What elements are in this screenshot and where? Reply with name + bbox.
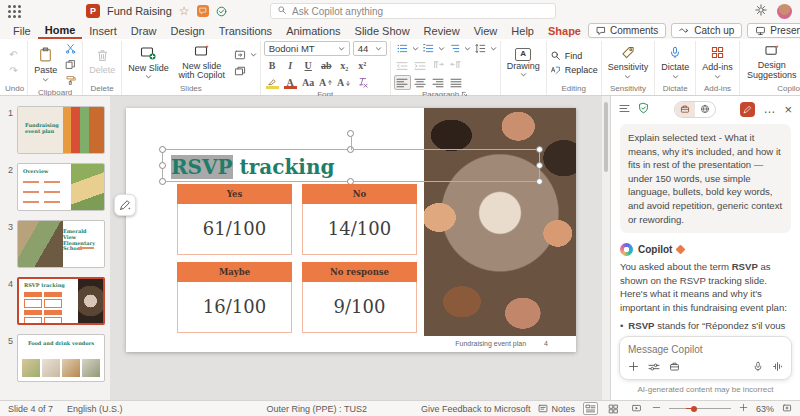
tab-review[interactable]: Review: [417, 24, 467, 38]
slide-4[interactable]: RSVP tracking Yes 61/100 No 14/100 Maybe…: [126, 108, 576, 352]
drawing-button[interactable]: A Drawing: [504, 47, 543, 79]
change-case-button[interactable]: Aa: [300, 75, 317, 90]
tab-help[interactable]: Help: [504, 24, 541, 38]
favorite-star-icon[interactable]: ☆: [179, 5, 190, 17]
user-avatar[interactable]: [777, 4, 792, 19]
design-suggestions-button[interactable]: Design Suggestions: [743, 43, 800, 82]
paste-button[interactable]: Paste: [31, 46, 60, 83]
attach-plus-icon[interactable]: [628, 361, 639, 374]
underline-button[interactable]: U: [300, 58, 317, 73]
settings-gear-icon[interactable]: [755, 4, 767, 18]
font-color-button[interactable]: A: [282, 75, 299, 90]
tab-insert[interactable]: Insert: [82, 24, 124, 38]
message-copilot-input[interactable]: [628, 344, 783, 355]
copilot-notebook-icon[interactable]: [740, 102, 755, 117]
slide-sorter-view-button[interactable]: [606, 402, 621, 415]
addins-button[interactable]: Add-ins: [699, 45, 736, 80]
language-status[interactable]: English (U.S.): [67, 404, 123, 414]
dictate-button[interactable]: Dictate: [658, 45, 692, 80]
web-globe-icon[interactable]: [695, 102, 715, 117]
tab-transitions[interactable]: Transitions: [212, 24, 279, 38]
work-context-icon[interactable]: [669, 361, 680, 374]
grow-font-button[interactable]: A: [318, 75, 335, 90]
redo-icon[interactable]: ↷: [5, 63, 22, 78]
present-button[interactable]: Present: [747, 23, 800, 38]
zoom-slider[interactable]: [669, 408, 731, 409]
panel-more-options-icon[interactable]: …: [763, 107, 776, 112]
comments-badge-icon[interactable]: [197, 5, 209, 17]
clear-formatting-button[interactable]: [354, 75, 371, 90]
line-spacing-button[interactable]: [472, 41, 489, 56]
numbering-button[interactable]: [420, 41, 437, 56]
tab-design[interactable]: Design: [163, 24, 211, 38]
voice-output-icon[interactable]: [772, 361, 783, 374]
ltr-text-icon[interactable]: [430, 58, 447, 73]
undo-icon[interactable]: ↶: [5, 47, 22, 62]
normal-view-button[interactable]: [583, 402, 598, 415]
app-launcher-icon[interactable]: [8, 5, 21, 18]
highlight-color-button[interactable]: [264, 75, 281, 90]
replace-button[interactable]: Replace: [550, 64, 598, 75]
find-button[interactable]: Find: [550, 50, 598, 61]
zoom-slider-thumb[interactable]: [691, 406, 697, 412]
tab-shape[interactable]: Shape: [541, 24, 588, 38]
feedback-link[interactable]: Give Feedback to Microsoft: [421, 404, 531, 414]
duplicate-slide-icon[interactable]: [232, 63, 249, 78]
rsvp-cell-yes[interactable]: Yes 61/100: [177, 184, 292, 255]
notes-toggle[interactable]: Notes: [538, 404, 575, 414]
rsvp-cell-no-response[interactable]: No response 9/100: [302, 262, 417, 333]
fit-to-window-icon[interactable]: [782, 403, 792, 415]
copilot-message-box[interactable]: [619, 336, 792, 380]
superscript-button[interactable]: x²: [354, 58, 371, 73]
sensitivity-button[interactable]: Sensitivity: [605, 45, 652, 80]
align-center-button[interactable]: [412, 75, 429, 90]
rtl-text-icon[interactable]: [448, 58, 465, 73]
align-left-button[interactable]: [394, 75, 411, 90]
zoom-in-icon[interactable]: [739, 403, 748, 414]
shrink-font-button[interactable]: A: [336, 75, 353, 90]
align-right-button[interactable]: [430, 75, 447, 90]
decrease-indent-icon[interactable]: [394, 58, 411, 73]
thumbnail-slide-2[interactable]: 2 Overview: [4, 163, 105, 211]
zoom-out-icon[interactable]: [652, 403, 661, 414]
subscript-button[interactable]: x₂: [336, 58, 353, 73]
thumbnail-slide-5[interactable]: 5 Food and drink vendors: [4, 334, 105, 382]
thumbnail-slide-1[interactable]: 1 Fundraising event plan: [4, 106, 105, 154]
slide-count[interactable]: Slide 4 of 7: [8, 404, 53, 414]
group-huddle-photo[interactable]: [424, 108, 576, 336]
document-title[interactable]: Fund Raising: [107, 5, 172, 17]
panel-close-icon[interactable]: ×: [784, 103, 792, 116]
rsvp-cell-maybe[interactable]: Maybe 16/100: [177, 262, 292, 333]
delete-button[interactable]: Delete: [86, 48, 118, 77]
search-input[interactable]: [292, 6, 549, 17]
rsvp-cell-no[interactable]: No 14/100: [302, 184, 417, 255]
canvas-scrollbar[interactable]: [602, 96, 610, 400]
comments-button[interactable]: Comments: [588, 23, 666, 38]
voice-mic-icon[interactable]: [753, 361, 763, 374]
panel-menu-icon[interactable]: [619, 103, 630, 115]
catch-up-button[interactable]: Catch up: [671, 23, 742, 38]
quick-edit-pen-button[interactable]: [114, 194, 136, 216]
copy-icon[interactable]: [62, 57, 79, 72]
italic-button[interactable]: I: [282, 58, 299, 73]
powerpoint-logo-icon[interactable]: P: [86, 4, 100, 18]
slide-title[interactable]: RSVP tracking: [171, 155, 334, 179]
tab-animations[interactable]: Animations: [279, 24, 347, 38]
reuse-slides-icon[interactable]: [232, 47, 249, 62]
thumbnail-slide-3[interactable]: 3 Emerald View Elementary School: [4, 220, 105, 268]
copilot-search-box[interactable]: [270, 3, 556, 19]
work-web-toggle[interactable]: [674, 101, 716, 118]
increase-indent-icon[interactable]: [412, 58, 429, 73]
font-size-select[interactable]: 44: [353, 41, 387, 56]
slideshow-view-button[interactable]: [629, 402, 644, 415]
tab-slide-show[interactable]: Slide Show: [348, 24, 417, 38]
tab-view[interactable]: View: [467, 24, 505, 38]
multilevel-list-button[interactable]: [446, 41, 463, 56]
work-briefcase-icon[interactable]: [675, 102, 695, 117]
tab-home[interactable]: Home: [38, 23, 83, 39]
zoom-level[interactable]: 63%: [756, 404, 774, 414]
bullets-button[interactable]: [394, 41, 411, 56]
font-family-select[interactable]: Bodoni MT: [264, 41, 350, 56]
tab-draw[interactable]: Draw: [124, 24, 164, 38]
justify-button[interactable]: [448, 75, 465, 90]
